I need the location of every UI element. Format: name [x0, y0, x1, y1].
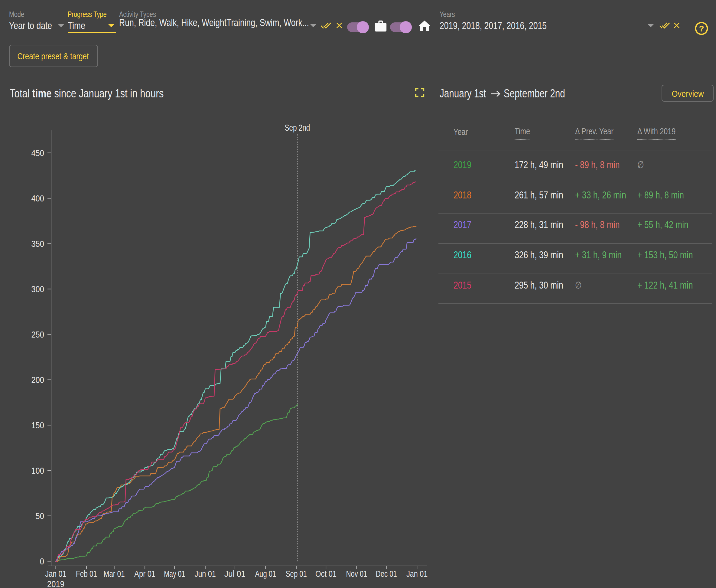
- svg-text:Nov 01: Nov 01: [346, 569, 367, 579]
- svg-text:0: 0: [40, 556, 44, 566]
- svg-text:Dec 01: Dec 01: [376, 569, 397, 579]
- svg-text:350: 350: [31, 239, 44, 249]
- svg-text:400: 400: [31, 193, 44, 203]
- svg-text:?: ?: [699, 24, 704, 33]
- svg-text:100: 100: [31, 465, 44, 476]
- svg-text:Oct 01: Oct 01: [316, 569, 337, 579]
- svg-text:300: 300: [31, 284, 44, 294]
- svg-text:Apr 01: Apr 01: [134, 569, 155, 579]
- svg-text:150: 150: [31, 420, 44, 430]
- svg-text:Jul 01: Jul 01: [224, 569, 245, 579]
- svg-text:50: 50: [36, 511, 44, 521]
- svg-text:Mar 01: Mar 01: [104, 569, 125, 579]
- svg-text:2019: 2019: [47, 579, 64, 588]
- svg-text:May 01: May 01: [164, 569, 185, 579]
- svg-text:200: 200: [31, 375, 44, 385]
- svg-text:Aug 01: Aug 01: [255, 569, 276, 579]
- svg-text:Sep 2nd: Sep 2nd: [284, 123, 310, 132]
- svg-text:Jan 01: Jan 01: [45, 569, 66, 579]
- svg-text:450: 450: [31, 148, 44, 158]
- svg-text:250: 250: [31, 329, 44, 339]
- svg-text:Sep 01: Sep 01: [286, 569, 307, 579]
- svg-text:Feb 01: Feb 01: [76, 569, 97, 579]
- svg-text:Jun 01: Jun 01: [195, 569, 216, 579]
- svg-text:Jan 01: Jan 01: [406, 569, 428, 579]
